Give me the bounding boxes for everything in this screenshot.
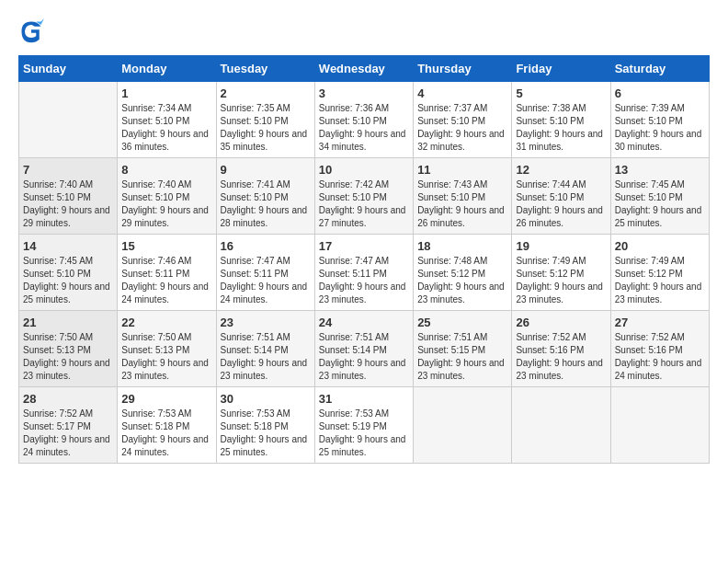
- day-number: 2: [221, 86, 311, 100]
- week-row-4: 21Sunrise: 7:50 AMSunset: 5:13 PMDayligh…: [19, 311, 710, 387]
- day-info: Sunrise: 7:52 AMSunset: 5:17 PMDaylight:…: [23, 408, 113, 459]
- col-header-wednesday: Wednesday: [314, 56, 413, 82]
- day-cell: 27Sunrise: 7:52 AMSunset: 5:16 PMDayligh…: [610, 311, 709, 387]
- day-info: Sunrise: 7:36 AMSunset: 5:10 PMDaylight:…: [319, 102, 409, 154]
- day-cell: 6Sunrise: 7:39 AMSunset: 5:10 PMDaylight…: [610, 82, 709, 158]
- day-number: 18: [417, 239, 507, 253]
- logo: [18, 20, 46, 46]
- day-info: Sunrise: 7:38 AMSunset: 5:10 PMDaylight:…: [516, 102, 606, 154]
- day-cell: [19, 82, 118, 158]
- day-number: 31: [319, 392, 409, 406]
- header: [18, 17, 710, 46]
- day-number: 27: [615, 316, 705, 329]
- day-number: 23: [221, 316, 311, 329]
- col-header-monday: Monday: [118, 56, 216, 82]
- day-cell: 8Sunrise: 7:40 AMSunset: 5:10 PMDaylight…: [118, 158, 216, 235]
- col-header-thursday: Thursday: [414, 56, 512, 82]
- day-info: Sunrise: 7:52 AMSunset: 5:16 PMDaylight:…: [615, 331, 705, 383]
- day-info: Sunrise: 7:45 AMSunset: 5:10 PMDaylight:…: [615, 178, 705, 230]
- day-info: Sunrise: 7:42 AMSunset: 5:10 PMDaylight:…: [319, 178, 409, 230]
- day-number: 25: [417, 316, 507, 329]
- day-cell: 17Sunrise: 7:47 AMSunset: 5:11 PMDayligh…: [314, 235, 413, 311]
- day-cell: 30Sunrise: 7:53 AMSunset: 5:18 PMDayligh…: [216, 387, 314, 464]
- day-info: Sunrise: 7:53 AMSunset: 5:18 PMDaylight:…: [121, 408, 211, 459]
- day-info: Sunrise: 7:51 AMSunset: 5:14 PMDaylight:…: [221, 331, 311, 383]
- day-cell: 10Sunrise: 7:42 AMSunset: 5:10 PMDayligh…: [314, 158, 413, 235]
- day-cell: 31Sunrise: 7:53 AMSunset: 5:19 PMDayligh…: [314, 387, 413, 464]
- week-row-5: 28Sunrise: 7:52 AMSunset: 5:17 PMDayligh…: [19, 387, 710, 464]
- col-header-sunday: Sunday: [19, 56, 118, 82]
- day-number: 3: [319, 86, 409, 100]
- day-number: 4: [417, 86, 507, 100]
- day-number: 13: [615, 163, 705, 177]
- day-cell: 13Sunrise: 7:45 AMSunset: 5:10 PMDayligh…: [610, 158, 709, 235]
- day-number: 22: [121, 316, 211, 329]
- day-number: 15: [121, 239, 211, 253]
- day-cell: 15Sunrise: 7:46 AMSunset: 5:11 PMDayligh…: [118, 235, 216, 311]
- day-info: Sunrise: 7:40 AMSunset: 5:10 PMDaylight:…: [121, 178, 211, 230]
- day-cell: 26Sunrise: 7:52 AMSunset: 5:16 PMDayligh…: [512, 311, 610, 387]
- day-cell: 12Sunrise: 7:44 AMSunset: 5:10 PMDayligh…: [512, 158, 610, 235]
- day-info: Sunrise: 7:53 AMSunset: 5:18 PMDaylight:…: [221, 408, 311, 459]
- day-number: 29: [121, 392, 211, 406]
- day-number: 7: [23, 163, 113, 177]
- day-cell: 16Sunrise: 7:47 AMSunset: 5:11 PMDayligh…: [216, 235, 314, 311]
- day-number: 8: [121, 163, 211, 177]
- day-info: Sunrise: 7:50 AMSunset: 5:13 PMDaylight:…: [121, 331, 211, 383]
- day-number: 10: [319, 163, 409, 177]
- day-number: 17: [319, 239, 409, 253]
- day-cell: 2Sunrise: 7:35 AMSunset: 5:10 PMDaylight…: [216, 82, 314, 158]
- day-cell: 9Sunrise: 7:41 AMSunset: 5:10 PMDaylight…: [216, 158, 314, 235]
- day-info: Sunrise: 7:37 AMSunset: 5:10 PMDaylight:…: [417, 102, 507, 154]
- week-row-2: 7Sunrise: 7:40 AMSunset: 5:10 PMDaylight…: [19, 158, 710, 235]
- col-header-tuesday: Tuesday: [216, 56, 314, 82]
- day-info: Sunrise: 7:39 AMSunset: 5:10 PMDaylight:…: [615, 102, 705, 154]
- day-info: Sunrise: 7:49 AMSunset: 5:12 PMDaylight:…: [615, 255, 705, 306]
- day-cell: [610, 387, 709, 464]
- day-cell: 28Sunrise: 7:52 AMSunset: 5:17 PMDayligh…: [19, 387, 118, 464]
- day-cell: 25Sunrise: 7:51 AMSunset: 5:15 PMDayligh…: [414, 311, 512, 387]
- day-cell: [414, 387, 512, 464]
- day-number: 5: [516, 86, 606, 100]
- day-cell: 11Sunrise: 7:43 AMSunset: 5:10 PMDayligh…: [414, 158, 512, 235]
- day-cell: [512, 387, 610, 464]
- day-cell: 1Sunrise: 7:34 AMSunset: 5:10 PMDaylight…: [118, 82, 216, 158]
- day-info: Sunrise: 7:51 AMSunset: 5:14 PMDaylight:…: [319, 331, 409, 383]
- day-cell: 22Sunrise: 7:50 AMSunset: 5:13 PMDayligh…: [118, 311, 216, 387]
- day-cell: 18Sunrise: 7:48 AMSunset: 5:12 PMDayligh…: [414, 235, 512, 311]
- day-cell: 3Sunrise: 7:36 AMSunset: 5:10 PMDaylight…: [314, 82, 413, 158]
- day-number: 30: [221, 392, 311, 406]
- day-number: 12: [516, 163, 606, 177]
- col-header-saturday: Saturday: [610, 56, 709, 82]
- day-number: 21: [23, 316, 113, 329]
- page-container: SundayMondayTuesdayWednesdayThursdayFrid…: [0, 0, 728, 473]
- week-row-3: 14Sunrise: 7:45 AMSunset: 5:10 PMDayligh…: [19, 235, 710, 311]
- logo-icon: [18, 18, 44, 44]
- day-info: Sunrise: 7:40 AMSunset: 5:10 PMDaylight:…: [23, 178, 113, 230]
- week-row-1: 1Sunrise: 7:34 AMSunset: 5:10 PMDaylight…: [19, 82, 710, 158]
- day-cell: 23Sunrise: 7:51 AMSunset: 5:14 PMDayligh…: [216, 311, 314, 387]
- day-number: 1: [121, 86, 211, 100]
- day-cell: 14Sunrise: 7:45 AMSunset: 5:10 PMDayligh…: [19, 235, 118, 311]
- day-info: Sunrise: 7:47 AMSunset: 5:11 PMDaylight:…: [221, 255, 311, 306]
- day-number: 20: [615, 239, 705, 253]
- day-info: Sunrise: 7:48 AMSunset: 5:12 PMDaylight:…: [417, 255, 507, 306]
- day-info: Sunrise: 7:41 AMSunset: 5:10 PMDaylight:…: [221, 178, 311, 230]
- day-cell: 7Sunrise: 7:40 AMSunset: 5:10 PMDaylight…: [19, 158, 118, 235]
- day-info: Sunrise: 7:45 AMSunset: 5:10 PMDaylight:…: [23, 255, 113, 306]
- day-number: 16: [221, 239, 311, 253]
- header-row: SundayMondayTuesdayWednesdayThursdayFrid…: [19, 56, 710, 82]
- day-cell: 4Sunrise: 7:37 AMSunset: 5:10 PMDaylight…: [414, 82, 512, 158]
- day-cell: 20Sunrise: 7:49 AMSunset: 5:12 PMDayligh…: [610, 235, 709, 311]
- calendar-table: SundayMondayTuesdayWednesdayThursdayFrid…: [18, 55, 710, 464]
- day-info: Sunrise: 7:46 AMSunset: 5:11 PMDaylight:…: [121, 255, 211, 306]
- day-number: 11: [417, 163, 507, 177]
- day-info: Sunrise: 7:34 AMSunset: 5:10 PMDaylight:…: [121, 102, 211, 154]
- day-number: 14: [23, 239, 113, 253]
- day-cell: 5Sunrise: 7:38 AMSunset: 5:10 PMDaylight…: [512, 82, 610, 158]
- day-info: Sunrise: 7:35 AMSunset: 5:10 PMDaylight:…: [221, 102, 311, 154]
- day-number: 9: [221, 163, 311, 177]
- day-number: 26: [516, 316, 606, 329]
- day-info: Sunrise: 7:44 AMSunset: 5:10 PMDaylight:…: [516, 178, 606, 230]
- day-cell: 24Sunrise: 7:51 AMSunset: 5:14 PMDayligh…: [314, 311, 413, 387]
